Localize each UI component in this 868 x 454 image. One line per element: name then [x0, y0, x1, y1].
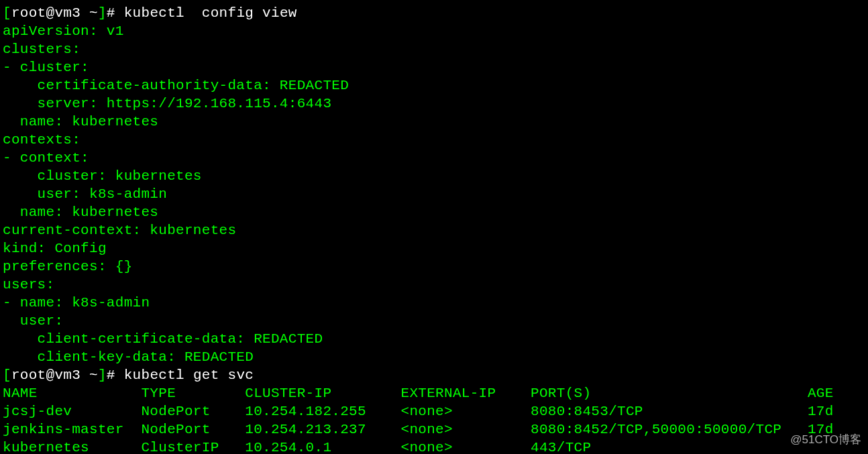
cfg-preferences: preferences: {}: [3, 258, 865, 276]
cfg-ctx-cluster: cluster: kubernetes: [3, 167, 865, 185]
svc-table-body: jcsj-dev NodePort 10.254.182.255 <none> …: [3, 402, 865, 454]
cfg-client-key: client-key-data: REDACTED: [3, 348, 865, 366]
cfg-cert-auth: certificate-authority-data: REDACTED: [3, 76, 865, 95]
cfg-clusters-hdr: clusters:: [3, 40, 865, 58]
table-row: jenkins-master NodePort 10.254.213.237 <…: [3, 420, 865, 439]
command-1: kubectl config view: [124, 5, 297, 21]
cfg-apiversion: apiVersion: v1: [3, 22, 865, 40]
prompt-line-2[interactable]: [root@vm3 ~]# kubectl get svc: [3, 366, 865, 384]
cfg-contexts-hdr: contexts:: [3, 131, 865, 149]
cfg-context-item: - context:: [3, 149, 865, 167]
cfg-server: server: https://192.168.115.4:6443: [3, 95, 865, 113]
command-2: kubectl get svc: [124, 367, 254, 383]
cfg-ctx-name: name: kubernetes: [3, 203, 865, 221]
cfg-cluster-item: - cluster:: [3, 58, 865, 76]
cfg-ctx-user: user: k8s-admin: [3, 185, 865, 203]
cfg-users-hdr: users:: [3, 276, 865, 294]
table-row: jcsj-dev NodePort 10.254.182.255 <none> …: [3, 402, 865, 420]
cfg-kind: kind: Config: [3, 239, 865, 258]
cfg-user-item: user:: [3, 312, 865, 330]
prompt-line-1[interactable]: [root@vm3 ~]# kubectl config view: [3, 4, 865, 22]
terminal-output: [root@vm3 ~]# kubectl config view apiVer…: [3, 4, 865, 454]
cfg-current-ctx: current-context: kubernetes: [3, 221, 865, 239]
cfg-cluster-name: name: kubernetes: [3, 113, 865, 131]
table-row: kubernetes ClusterIP 10.254.0.1 <none> 4…: [3, 439, 865, 454]
svc-table-header: NAME TYPE CLUSTER-IP EXTERNAL-IP PORT(S)…: [3, 384, 865, 402]
cfg-client-cert: client-certificate-data: REDACTED: [3, 330, 865, 348]
watermark: @51CTO博客: [790, 431, 861, 449]
cfg-user-name: - name: k8s-admin: [3, 294, 865, 312]
